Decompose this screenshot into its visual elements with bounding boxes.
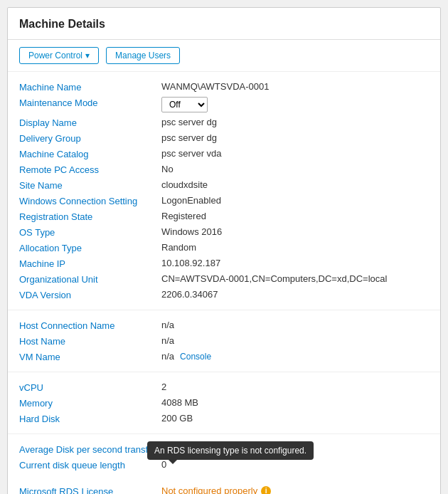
field-label: Delivery Group bbox=[19, 132, 161, 144]
resource-section: vCPU2Memory4088 MBHard Disk200 GB bbox=[8, 372, 440, 434]
field-value: 2206.0.34067 bbox=[161, 289, 429, 300]
page-title: Machine Details bbox=[8, 8, 440, 40]
field-label: Machine Name bbox=[19, 81, 161, 93]
rds-tooltip: An RDS licensing type is not configured. bbox=[147, 441, 314, 460]
field-label: VDA Version bbox=[19, 289, 161, 300]
manage-users-button[interactable]: Manage Users bbox=[106, 47, 180, 64]
table-row: Display Namepsc server dg bbox=[19, 115, 429, 130]
table-row: Allocation TypeRandom bbox=[19, 240, 429, 256]
field-value: psc server dg bbox=[161, 117, 429, 127]
field-label: VM Name bbox=[19, 351, 161, 362]
field-value: CN=AWTSVDA-0001,CN=Computers,DC=xd,DC=lo… bbox=[161, 273, 429, 284]
table-row: Maintenance ModeOffOn bbox=[19, 95, 429, 115]
field-label: vCPU bbox=[19, 382, 161, 393]
field-label: Microsoft RDS License bbox=[19, 485, 161, 494]
field-value: cloudxdsite bbox=[161, 179, 429, 190]
field-label: Remote PC Access bbox=[19, 164, 161, 175]
table-row: Site Namecloudxdsite bbox=[19, 177, 429, 193]
table-row: Remote PC AccessNo bbox=[19, 162, 429, 177]
field-label: Host Connection Name bbox=[19, 320, 161, 331]
maintenance-mode-dropdown[interactable]: OffOn bbox=[161, 97, 208, 112]
table-row: Machine Catalogpsc server vda bbox=[19, 146, 429, 162]
field-label: Windows Connection Setting bbox=[19, 195, 161, 206]
field-value: LogonEnabled bbox=[161, 195, 429, 206]
power-control-button[interactable]: Power Control ▾ bbox=[19, 47, 99, 64]
field-label: Organizational Unit bbox=[19, 273, 161, 285]
manage-users-label: Manage Users bbox=[115, 51, 171, 61]
field-value: Random bbox=[161, 242, 429, 253]
table-row: Microsoft RDS LicenseNot configured prop… bbox=[19, 483, 429, 494]
field-label: Host Name bbox=[19, 335, 161, 347]
field-value: 2 bbox=[161, 382, 429, 392]
field-value: Windows 2016 bbox=[161, 226, 429, 237]
field-value: 200 GB bbox=[161, 413, 429, 424]
table-row: Machine IP10.108.92.187 bbox=[19, 256, 429, 271]
field-label: Hard Disk bbox=[19, 413, 161, 424]
machine-info-section: Machine NameWANMQ\AWTSVDA-0001Maintenanc… bbox=[8, 72, 440, 310]
table-row: VDA Version2206.0.34067 bbox=[19, 287, 429, 303]
field-value: n/a bbox=[161, 320, 429, 330]
field-label: Average Disk per second transfer bbox=[19, 443, 161, 455]
performance-section: Average Disk per second transfer0Current… bbox=[8, 434, 440, 494]
rds-status: Not configured properlyi bbox=[161, 485, 271, 494]
field-value: Registered bbox=[161, 211, 429, 221]
field-label: Machine IP bbox=[19, 258, 161, 269]
info-icon[interactable]: i bbox=[261, 486, 271, 495]
table-row: Host Namen/a bbox=[19, 333, 429, 349]
field-value: 4088 MB bbox=[161, 397, 429, 408]
field-value: WANMQ\AWTSVDA-0001 bbox=[161, 81, 429, 92]
table-row: Hard Disk200 GB bbox=[19, 411, 429, 426]
table-row: Host Connection Namen/a bbox=[19, 317, 429, 333]
power-control-label: Power Control bbox=[28, 51, 82, 61]
table-row: Windows Connection SettingLogonEnabled bbox=[19, 193, 429, 209]
machine-details-card: Machine Details Power Control ▾ Manage U… bbox=[7, 7, 441, 494]
table-row: Memory4088 MB bbox=[19, 395, 429, 411]
console-link[interactable]: Console bbox=[180, 352, 211, 362]
field-value: n/aConsole bbox=[161, 351, 429, 362]
field-label: Site Name bbox=[19, 179, 161, 191]
table-row: Organizational UnitCN=AWTSVDA-0001,CN=Co… bbox=[19, 271, 429, 287]
field-value: 10.108.92.187 bbox=[161, 258, 429, 268]
field-value: n/a bbox=[161, 335, 429, 346]
field-label: Allocation Type bbox=[19, 242, 161, 253]
table-row: Registration StateRegistered bbox=[19, 209, 429, 224]
field-label: Memory bbox=[19, 397, 161, 409]
field-label: Registration State bbox=[19, 211, 161, 222]
field-label: Current disk queue length bbox=[19, 459, 161, 471]
field-label: Display Name bbox=[19, 117, 161, 128]
table-row: vCPU2 bbox=[19, 379, 429, 395]
toolbar: Power Control ▾ Manage Users bbox=[8, 40, 440, 72]
chevron-down-icon: ▾ bbox=[85, 51, 90, 61]
field-value: 0 bbox=[161, 459, 429, 470]
table-row: Delivery Grouppsc server dg bbox=[19, 130, 429, 146]
field-value: No bbox=[161, 164, 429, 174]
rds-status-text: Not configured properly bbox=[161, 485, 257, 494]
field-value: psc server dg bbox=[161, 132, 429, 143]
host-info-section: Host Connection Namen/aHost Namen/aVM Na… bbox=[8, 310, 440, 372]
table-row: VM Namen/aConsole bbox=[19, 349, 429, 364]
table-row: Machine NameWANMQ\AWTSVDA-0001 bbox=[19, 79, 429, 95]
field-value: psc server vda bbox=[161, 148, 429, 159]
table-row: OS TypeWindows 2016 bbox=[19, 224, 429, 240]
field-label: Maintenance Mode bbox=[19, 97, 161, 108]
maintenance-mode-select[interactable]: OffOn bbox=[161, 97, 208, 112]
field-label: Machine Catalog bbox=[19, 148, 161, 159]
field-label: OS Type bbox=[19, 226, 161, 238]
